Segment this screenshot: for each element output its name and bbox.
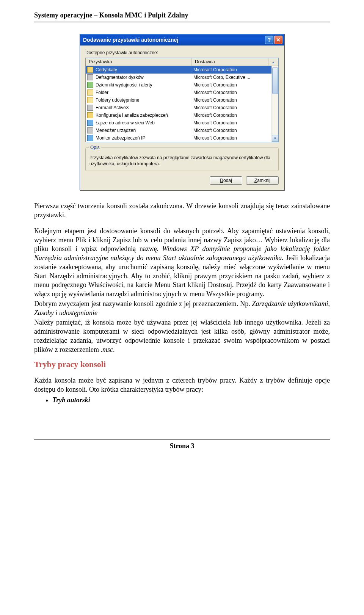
list-item: Tryb autorski <box>52 396 330 405</box>
snapin-icon <box>87 105 93 111</box>
snapin-name: Defragmentator dysków <box>96 75 193 80</box>
paragraph-1: Pierwsza część tworzenia konsoli została… <box>34 202 330 220</box>
snapin-icon <box>87 74 93 80</box>
snapin-vendor: Microsoft Corporation <box>193 120 270 126</box>
titlebar: Dodawanie przystawki autonomicznej ? ✕ <box>80 34 284 45</box>
snapin-icon <box>87 135 93 141</box>
snapin-name: Łącze do adresu w sieci Web <box>96 120 193 126</box>
page-header: Systemy operacyjne – Konsola MMC i Pulpi… <box>34 11 330 22</box>
snapin-icon <box>87 82 93 88</box>
snapin-vendor: Microsoft Corporation <box>193 97 270 103</box>
scrollbar[interactable]: ▼ <box>271 66 278 142</box>
col-snapin[interactable]: Przystawka <box>86 58 192 66</box>
list-item[interactable]: FolderMicrosoft Corporation <box>86 89 271 96</box>
snapin-name: Monitor zabezpieczeń IP <box>96 135 193 141</box>
description-group-title: Opis <box>89 145 101 150</box>
snapin-name: Folder <box>96 90 193 95</box>
list-item[interactable]: CertyfikatyMicrosoft Corporation <box>86 66 271 74</box>
section-heading: Tryby pracy konsoli <box>34 359 330 369</box>
snapin-icon <box>87 97 93 103</box>
snapin-vendor: Microsoft Corporation <box>193 105 270 110</box>
scroll-down-button[interactable]: ▼ <box>272 135 278 142</box>
available-label: Dostępne przystawki autonomiczne: <box>85 50 279 55</box>
col-scroll-spacer: ▲ <box>268 58 278 66</box>
snapin-name: Certyfikaty <box>96 67 193 72</box>
list-item[interactable]: Łącze do adresu w sieci WebMicrosoft Cor… <box>86 119 271 127</box>
snapin-vendor: Microsoft Corp, Executive ... <box>193 75 270 80</box>
snapin-name: Foldery udostępnione <box>96 97 193 103</box>
snapin-icon <box>87 112 93 118</box>
snapin-vendor: Microsoft Corporation <box>193 67 270 72</box>
snapin-name: Menedżer urządzeń <box>96 128 193 133</box>
snapin-vendor: Microsoft Corporation <box>193 128 270 133</box>
dialog-screenshot: Dodawanie przystawki autonomicznej ? ✕ D… <box>34 34 330 190</box>
paragraph-4: Należy pamiętać, iż konsola może być uży… <box>34 318 330 354</box>
snapin-vendor: Microsoft Corporation <box>193 135 270 141</box>
page-footer: Strona 3 <box>34 439 330 450</box>
snapin-vendor: Microsoft Corporation <box>193 90 270 95</box>
list-item[interactable]: Foldery udostępnioneMicrosoft Corporatio… <box>86 96 271 104</box>
xp-dialog: Dodawanie przystawki autonomicznej ? ✕ D… <box>80 34 284 190</box>
snapin-icon <box>87 127 93 133</box>
list-item[interactable]: Dzienniki wydajności i alertyMicrosoft C… <box>86 81 271 89</box>
paragraph-5: Każda konsola może być zapisana w jednym… <box>34 376 330 394</box>
add-button[interactable]: Dodaj <box>210 176 242 185</box>
snapin-name: Formant ActiveX <box>96 105 193 110</box>
paragraph-3: Dobrym zwyczajem jest nazywanie konsoli … <box>34 300 330 318</box>
bullet-list: Tryb autorski <box>34 396 330 405</box>
snapin-name: Dzienniki wydajności i alerty <box>96 82 193 88</box>
snapin-vendor: Microsoft Corporation <box>193 82 270 88</box>
snapin-list[interactable]: Przystawka Dostawca ▲ CertyfikatyMicroso… <box>85 58 279 142</box>
col-vendor[interactable]: Dostawca <box>192 58 268 66</box>
description-group: Opis Przystawka certyfikatów zezwala na … <box>85 147 279 171</box>
description-text: Przystawka certyfikatów zezwala na przeg… <box>89 155 275 167</box>
list-item[interactable]: Konfiguracja i analiza zabezpieczeńMicro… <box>86 111 271 119</box>
scrollbar-thumb[interactable] <box>272 67 278 94</box>
list-item[interactable]: Monitor zabezpieczeń IPMicrosoft Corpora… <box>86 134 271 142</box>
close-dialog-button[interactable]: Zamknij <box>246 176 279 185</box>
paragraph-2: Kolejnym etapem jest dostosowanie konsol… <box>34 227 330 299</box>
snapin-icon <box>87 120 93 126</box>
snapin-icon <box>87 89 93 96</box>
snapin-name: Konfiguracja i analiza zabezpieczeń <box>96 113 193 118</box>
list-item[interactable]: Formant ActiveXMicrosoft Corporation <box>86 104 271 111</box>
help-button[interactable]: ? <box>265 36 273 44</box>
list-item[interactable]: Defragmentator dyskówMicrosoft Corp, Exe… <box>86 74 271 81</box>
close-button[interactable]: ✕ <box>274 36 282 44</box>
list-header: Przystawka Dostawca ▲ <box>86 58 278 66</box>
list-item[interactable]: Menedżer urządzeńMicrosoft Corporation <box>86 127 271 134</box>
snapin-vendor: Microsoft Corporation <box>193 113 270 118</box>
snapin-icon <box>87 67 93 73</box>
dialog-title: Dodawanie przystawki autonomicznej <box>83 37 265 43</box>
